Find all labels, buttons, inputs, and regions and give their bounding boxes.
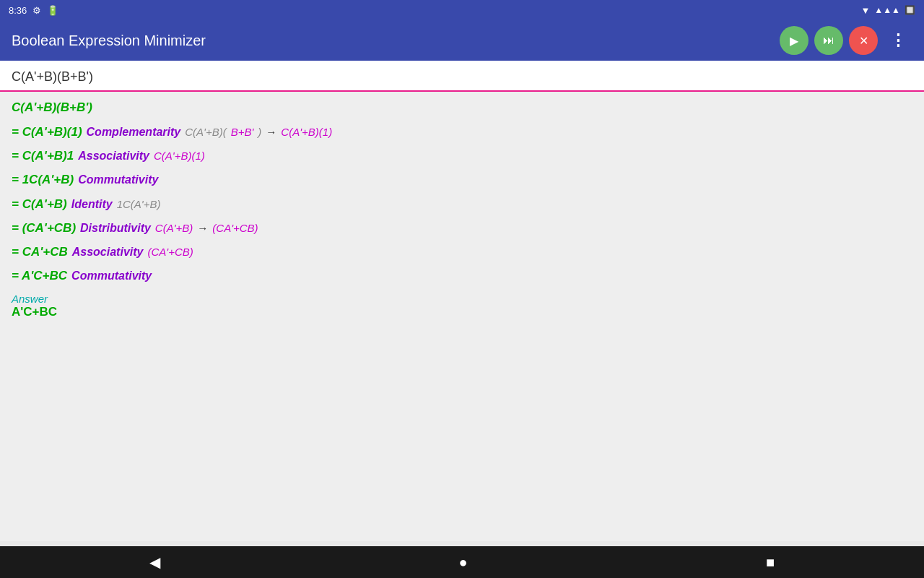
skip-button[interactable]: ⏭ [814,26,843,55]
answer-value: A'C+BC [12,305,912,319]
step-6: = CA'+CB Associativity (CA'+CB) [12,242,912,262]
bottom-nav: ◀ ● ■ [0,546,924,578]
step-2-detail: C(A'+B)(1) [154,147,205,165]
content-area: C(A'+B)(B+B') = C(A'+B)(1) Complementari… [0,92,924,541]
home-button[interactable]: ● [441,548,484,577]
skip-icon: ⏭ [823,34,834,47]
step-6-result: = CA'+CB [12,242,68,262]
status-bar-left: 8:36 ⚙ 🔋 [9,5,58,16]
step-1-result: = C(A'+B)(1) [12,122,82,142]
input-container [0,61,924,92]
battery-icon-right: 🔲 [905,5,915,15]
signal-icon: ▲▲▲ [874,5,900,15]
app-bar: Boolean Expression Minimizer ▶ ⏭ ✕ ⋮ [0,20,924,61]
step-2-rule: Associativity [78,147,149,165]
step-7-result: = A'C+BC [12,266,67,285]
step-3: = 1C(A'+B) Commutativity [12,170,912,189]
battery-icon: 🔋 [47,5,58,16]
step-7: = A'C+BC Commutativity [12,266,912,285]
step-3-rule: Commutativity [78,171,158,189]
clear-icon: ✕ [859,34,868,48]
back-icon: ◀ [149,554,160,570]
initial-expression: C(A'+B)(B+B') [12,100,912,115]
answer-label: Answer [12,293,912,305]
step-5: = (CA'+CB) Distributivity C(A'+B) → (CA'… [12,218,912,238]
step-4-result: = C(A'+B) [12,194,67,214]
step-1-detail-gray: C(A'+B)( [185,124,226,141]
step-1-rule: Complementarity [87,123,181,142]
step-6-rule: Associativity [72,243,144,262]
recent-button[interactable]: ■ [749,548,792,577]
time-display: 8:36 [9,5,27,16]
step-1: = C(A'+B)(1) Complementarity C(A'+B)(B+B… [12,122,912,142]
step-1-detail-magenta: B+B' [231,124,254,141]
step-7-rule: Commutativity [71,267,152,285]
play-button[interactable]: ▶ [780,26,808,55]
step-5-result: = (CA'+CB) [12,218,76,238]
recent-icon: ■ [766,554,775,570]
initial-expr-text: C(A'+B)(B+B') [12,100,92,114]
more-button[interactable]: ⋮ [884,26,912,55]
step-2: = C(A'+B)1 Associativity C(A'+B)(1) [12,146,912,165]
back-button[interactable]: ◀ [132,548,178,577]
step-1-detail-gray2: ) [258,124,261,141]
home-icon: ● [458,554,467,570]
step-5-detail-to: (CA'+CB) [212,220,258,237]
step-2-result: = C(A'+B)1 [12,146,74,165]
app-bar-actions: ▶ ⏭ ✕ ⋮ [780,26,912,55]
status-bar: 8:36 ⚙ 🔋 ▼ ▲▲▲ 🔲 [0,0,924,20]
step-1-result-detail: C(A'+B)(1) [281,124,332,141]
step-4-detail: 1C(A'+B) [117,196,161,213]
clear-button[interactable]: ✕ [849,26,878,55]
app-title: Boolean Expression Minimizer [12,33,206,49]
more-icon: ⋮ [890,31,906,50]
settings-icon: ⚙ [32,5,41,16]
step-6-detail: (CA'+CB) [147,243,193,261]
step-5-rule: Distributivity [80,219,151,238]
step-1-arrow: → [266,124,276,141]
step-4: = C(A'+B) Identity 1C(A'+B) [12,194,912,214]
step-5-detail-from: C(A'+B) [155,220,193,237]
status-bar-right: ▼ ▲▲▲ 🔲 [860,5,915,16]
play-icon: ▶ [790,34,798,48]
wifi-icon: ▼ [860,5,870,16]
step-3-result: = 1C(A'+B) [12,170,74,189]
step-5-arrow: → [197,220,208,237]
step-4-rule: Identity [71,195,113,214]
expression-input[interactable] [12,66,912,87]
